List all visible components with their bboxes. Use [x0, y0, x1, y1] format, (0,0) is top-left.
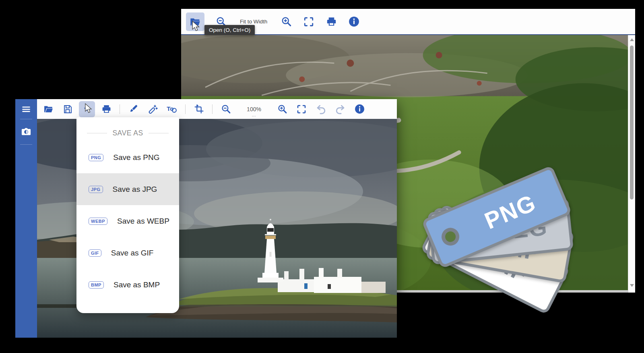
menu-item-save-as-bmp[interactable]: BMP Save as BMP: [76, 269, 179, 301]
menu-item-label: Save as JPG: [113, 185, 157, 194]
toolbar-separator: [120, 104, 120, 114]
save-as-menu-title: SAVE AS: [76, 125, 179, 141]
zoom-in-button[interactable]: [280, 16, 292, 28]
open-tooltip: Open (O, Ctrl+O): [204, 25, 255, 35]
fullscreen-icon: [303, 17, 314, 27]
retouch-button[interactable]: [144, 101, 161, 117]
toolbar-separator: [212, 104, 213, 114]
info-icon: [355, 104, 365, 114]
brush-icon: [128, 104, 138, 114]
fullscreen-button[interactable]: [293, 101, 310, 117]
fit-to-width-label[interactable]: Fit to Width: [240, 19, 267, 25]
format-tags-graphic: GIF BMP JPEG PNG: [402, 153, 644, 343]
open-folder-icon: [43, 104, 54, 114]
zoom-in-icon: [277, 104, 287, 114]
print-button[interactable]: [325, 16, 337, 28]
save-as-menu-title-text: SAVE AS: [112, 129, 143, 137]
toolbar-separator: [185, 104, 186, 114]
save-as-menu: SAVE AS PNG Save as PNG JPG Save as JPG …: [76, 117, 179, 313]
png-tag-label: PNG: [481, 189, 540, 234]
crop-button[interactable]: [191, 101, 207, 117]
zoom-level-value: 100%: [247, 106, 261, 112]
open-button[interactable]: [186, 12, 204, 31]
zoom-out-button[interactable]: [218, 101, 234, 117]
draw-button[interactable]: [125, 101, 141, 117]
menu-icon: [21, 104, 31, 114]
info-icon: [349, 16, 359, 27]
fullscreen-button[interactable]: [303, 16, 315, 28]
text-tool-button[interactable]: To: [164, 101, 180, 117]
print-button[interactable]: [98, 101, 114, 117]
crop-icon: [194, 104, 204, 114]
gif-badge-icon: GIF: [89, 249, 101, 257]
webp-badge-icon: WEBP: [89, 218, 107, 225]
menu-item-label: Save as WEBP: [117, 217, 169, 226]
scroll-up-arrow[interactable]: [630, 38, 634, 41]
menu-item-label: Save as BMP: [114, 280, 160, 289]
camera-button[interactable]: [15, 119, 37, 144]
zoom-out-icon: [221, 104, 231, 114]
undo-icon: [316, 104, 326, 114]
open-button[interactable]: [40, 101, 56, 117]
bmp-badge-icon: BMP: [89, 281, 104, 289]
menu-item-save-as-gif[interactable]: GIF Save as GIF: [76, 237, 179, 269]
tag-grommet: [439, 225, 462, 249]
save-icon: [63, 104, 72, 114]
editor-toolbar: To 100% …: [37, 99, 397, 119]
editor-window: To 100% …: [15, 99, 397, 338]
zoom-level-indicator[interactable]: 100% …: [237, 106, 271, 112]
camera-icon: [21, 126, 32, 137]
text-tool-icon: To: [166, 104, 178, 114]
zoom-overflow-dots: …: [237, 112, 271, 117]
print-icon: [326, 16, 337, 27]
info-button[interactable]: [351, 101, 367, 117]
menu-item-save-as-jpg[interactable]: JPG Save as JPG: [76, 173, 179, 205]
open-folder-icon: [190, 16, 201, 27]
undo-button[interactable]: [313, 101, 329, 117]
info-button[interactable]: [348, 16, 360, 28]
menu-item-save-as-webp[interactable]: WEBP Save as WEBP: [76, 205, 179, 237]
sidebar: [15, 99, 37, 338]
menu-button[interactable]: [15, 99, 37, 119]
save-as-button[interactable]: [79, 101, 95, 117]
magic-wand-icon: [147, 104, 158, 114]
save-button[interactable]: [60, 101, 76, 117]
zoom-in-icon: [281, 16, 292, 27]
zoom-in-button[interactable]: [274, 101, 290, 117]
redo-icon: [335, 104, 346, 114]
fullscreen-icon: [297, 104, 306, 114]
menu-item-save-as-png[interactable]: PNG Save as PNG: [76, 141, 179, 173]
png-badge-icon: PNG: [89, 154, 103, 161]
menu-item-label: Save as GIF: [111, 249, 154, 257]
print-icon: [101, 104, 111, 114]
save-as-icon: [83, 105, 91, 114]
menu-item-label: Save as PNG: [113, 153, 159, 162]
sidebar-divider: [20, 144, 32, 145]
redo-button[interactable]: [332, 101, 348, 117]
jpg-badge-icon: JPG: [89, 186, 103, 193]
